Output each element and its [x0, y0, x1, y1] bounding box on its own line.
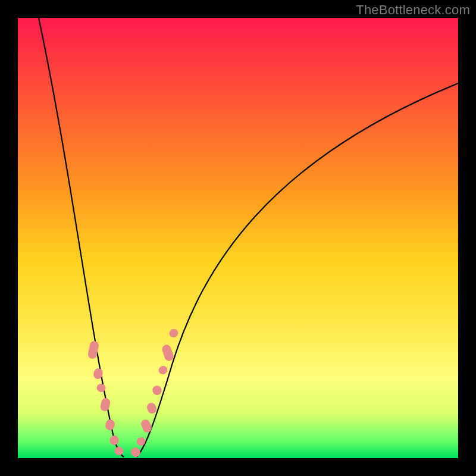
bead — [151, 384, 162, 396]
beads-left-group — [87, 340, 125, 457]
svg-rect-8 — [135, 436, 146, 447]
chart-svg — [18, 18, 458, 458]
bead — [113, 446, 124, 457]
bead — [140, 418, 153, 434]
bead — [168, 328, 179, 339]
bead — [158, 365, 169, 375]
svg-rect-7 — [130, 446, 142, 459]
bead — [130, 446, 142, 459]
svg-rect-4 — [105, 418, 116, 431]
watermark-text: TheBottleneck.com — [356, 2, 470, 18]
svg-rect-13 — [161, 343, 175, 362]
bead — [146, 402, 158, 415]
bead — [109, 434, 120, 446]
bead — [161, 343, 175, 362]
svg-rect-6 — [113, 446, 124, 457]
chart-plot-area — [18, 18, 458, 458]
bead — [99, 397, 111, 412]
svg-rect-11 — [151, 384, 162, 396]
svg-rect-12 — [158, 365, 169, 375]
svg-rect-5 — [109, 434, 120, 446]
left-curve — [39, 18, 124, 457]
beads-right-group — [130, 328, 179, 458]
svg-rect-10 — [146, 402, 158, 415]
svg-rect-9 — [140, 418, 153, 434]
bead — [135, 436, 146, 447]
svg-rect-14 — [168, 328, 179, 339]
svg-rect-3 — [99, 397, 111, 412]
bead — [105, 418, 116, 431]
right-curve — [137, 83, 458, 457]
